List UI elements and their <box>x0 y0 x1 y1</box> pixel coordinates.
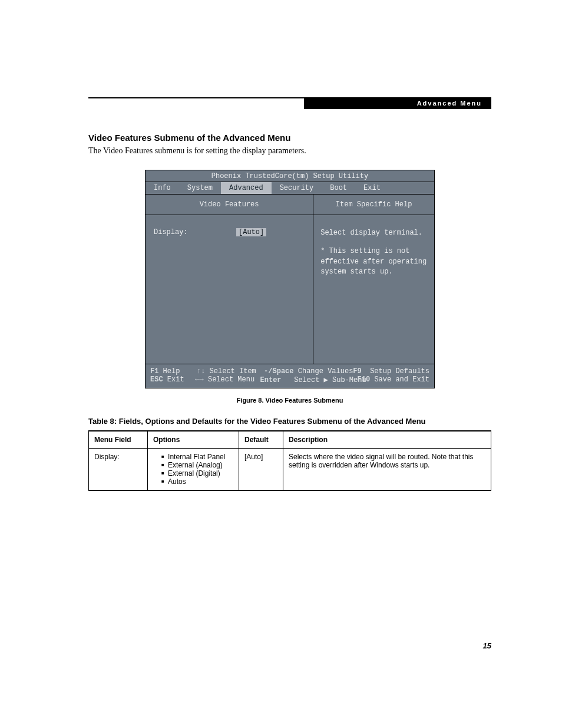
opt-ext-analog: External (Analog) <box>161 461 233 469</box>
th-default: Default <box>239 431 283 449</box>
esc-exit: ESC Exit <box>150 375 195 384</box>
section-chip: Advanced Menu <box>304 98 491 109</box>
bios-main: Video Features Display: [Auto] Item Spec… <box>146 195 434 364</box>
table-row: Display: Internal Flat Panel External (A… <box>89 449 491 491</box>
bios-screenshot: Phoenix TrustedCore(tm) Setup Utility In… <box>145 170 435 388</box>
bios-tab-info[interactable]: Info <box>146 182 179 194</box>
bios-help-line1: Select display terminal. <box>320 228 427 238</box>
page-number: 15 <box>483 641 491 650</box>
bios-left-body: Display: [Auto] <box>146 215 313 364</box>
lr-select-menu: ←→ Select Menu <box>195 375 260 384</box>
bios-footer-row2: ESC Exit ←→ Select Menu Enter Select ▶ S… <box>150 375 429 384</box>
bios-help-title: Item Specific Help <box>313 195 434 215</box>
bios-left-title: Video Features <box>146 195 313 215</box>
top-bar: Advanced Menu <box>88 98 491 109</box>
section-intro: The Video Features submenu is for settin… <box>88 146 491 156</box>
cell-description: Selects where the video signal will be r… <box>283 449 491 491</box>
bios-help-line2: * This setting is not effective after op… <box>320 246 427 277</box>
bios-tab-boot[interactable]: Boot <box>322 182 355 194</box>
bios-tab-exit[interactable]: Exit <box>355 182 389 194</box>
f10-save: F10 Save and Exit <box>358 375 429 384</box>
bios-tab-advanced[interactable]: Advanced <box>221 182 272 194</box>
space-change: -/Space Change Values <box>264 367 353 375</box>
options-list: Internal Flat Panel External (Analog) Ex… <box>153 453 233 486</box>
table-caption: Table 8: Fields, Options and Defaults fo… <box>88 417 491 426</box>
section-heading: Video Features Submenu of the Advanced M… <box>88 133 491 143</box>
spacer <box>320 238 427 246</box>
th-menu-field: Menu Field <box>89 431 148 449</box>
opt-internal-flat: Internal Flat Panel <box>161 453 233 461</box>
bios-tabs: Info System Advanced Security Boot Exit <box>146 182 434 195</box>
bios-field-label: Display: <box>154 228 236 236</box>
bios-title: Phoenix TrustedCore(tm) Setup Utility <box>146 170 434 182</box>
f1-help: F1 Help <box>150 367 197 375</box>
cell-options: Internal Flat Panel External (Analog) Ex… <box>148 449 239 491</box>
bios-tab-security[interactable]: Security <box>272 182 322 194</box>
bios-field-display[interactable]: Display: [Auto] <box>154 228 305 236</box>
bios-left-pane: Video Features Display: [Auto] <box>146 195 313 364</box>
bios-field-value[interactable]: [Auto] <box>236 228 266 236</box>
bios-footer-row1: F1 Help ↑↓ Select Item -/Space Change Va… <box>150 367 429 375</box>
f9-defaults: F9 Setup Defaults <box>353 367 429 375</box>
bios-help-body: Select display terminal. * This setting … <box>313 215 434 364</box>
table-header-row: Menu Field Options Default Description <box>89 431 491 449</box>
bios-footer: F1 Help ↑↓ Select Item -/Space Change Va… <box>146 364 434 388</box>
updown-select: ↑↓ Select Item <box>197 367 264 375</box>
document-page: Advanced Menu Video Features Submenu of … <box>0 0 562 728</box>
opt-autos: Autos <box>161 477 233 486</box>
cell-menu-field: Display: <box>89 449 148 491</box>
enter-submenu: Enter Select ▶ Sub-Menu <box>260 375 358 384</box>
figure-caption: Figure 8. Video Features Submenu <box>88 397 491 404</box>
cell-default: [Auto] <box>239 449 283 491</box>
fields-table: Menu Field Options Default Description D… <box>88 430 491 491</box>
th-description: Description <box>283 431 491 449</box>
bios-help-pane: Item Specific Help Select display termin… <box>313 195 434 364</box>
opt-ext-digital: External (Digital) <box>161 469 233 477</box>
th-options: Options <box>148 431 239 449</box>
bios-tab-system[interactable]: System <box>179 182 221 194</box>
